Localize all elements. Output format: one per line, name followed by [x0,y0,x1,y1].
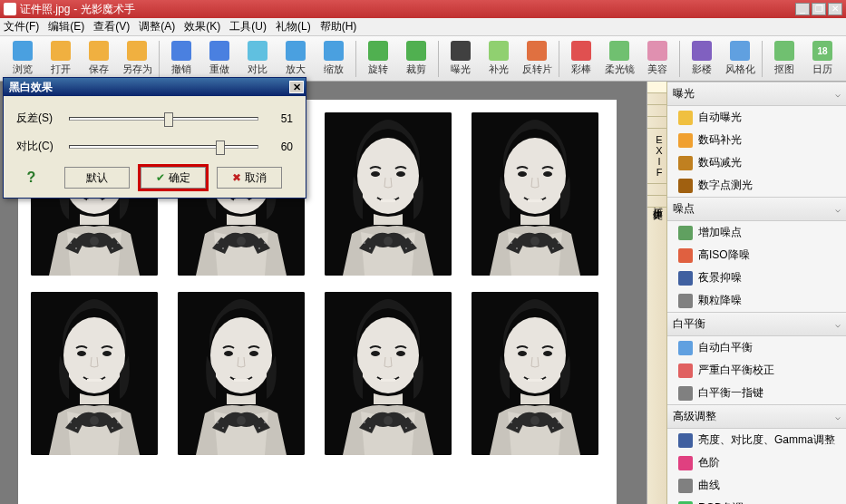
menu-item[interactable]: 编辑(E) [48,19,84,34]
slider-track[interactable] [69,117,258,121]
toolbar-button[interactable]: 柔光镜 [600,38,638,80]
photo-thumbnail[interactable] [325,112,452,276]
app-icon [4,3,16,15]
toolbar-button[interactable]: 补光 [480,38,518,80]
toolbar-label: 柔光镜 [605,63,635,76]
toolbar-button[interactable]: 反转片 [518,38,556,80]
panel-action-item[interactable]: 严重白平衡校正 [667,359,846,382]
toolbar-button[interactable]: 裁剪 [397,38,435,80]
toolbar-icon [368,41,388,61]
toolbar-button[interactable]: 打开 [42,38,80,80]
panel-body: 曝光⌵自动曝光数码补光数码减光数字点测光噪点⌵增加噪点高ISO降噪夜景抑噪颗粒降… [667,82,846,504]
close-window-button[interactable]: ✕ [828,3,842,15]
dialog-close-button[interactable]: ✕ [289,81,304,93]
toolbar-button[interactable]: 另存为 [118,38,156,80]
restore-button[interactable]: ❐ [812,3,826,15]
photo-thumbnail[interactable] [472,112,598,276]
menu-item[interactable]: 文件(F) [4,19,39,34]
toolbar-icon [248,41,267,61]
panel-action-item[interactable]: 夜景抑噪 [667,267,846,289]
svg-point-25 [384,237,393,246]
app-title: 光影魔术手 [81,2,135,17]
svg-point-63 [396,351,405,356]
vertical-tab[interactable]: 基本调整 [647,82,666,93]
dialog-titlebar[interactable]: 黑白效果 ✕ [4,78,306,96]
action-icon [678,363,693,378]
slider-thumb[interactable] [164,112,173,127]
accordion-header[interactable]: 白平衡⌵ [667,313,846,336]
toolbar-icon [127,41,147,61]
toolbar-label: 打开 [51,63,71,76]
photo-thumbnail[interactable] [472,292,598,455]
panel-action-item[interactable]: 白平衡一指键 [667,382,846,404]
cross-icon: ✖ [232,171,241,184]
svg-point-78 [558,422,559,423]
toolbar-label: 补光 [489,63,509,76]
svg-point-26 [364,242,365,244]
default-button[interactable]: 默认 [64,167,130,189]
accordion-header[interactable]: 高级调整⌵ [667,405,846,429]
toolbar-icon [774,41,794,61]
menu-item[interactable]: 帮助(H) [320,19,357,34]
cancel-button[interactable]: ✖取消 [217,167,282,189]
photo-thumbnail[interactable] [178,292,305,455]
toolbar-button[interactable]: 缩放 [315,38,353,80]
menu-item[interactable]: 效果(K) [184,19,220,34]
panel-action-item[interactable]: 自动曝光 [667,106,846,129]
svg-point-37 [516,247,518,249]
menu-item[interactable]: 礼物(L) [276,19,311,34]
vertical-tab[interactable]: EXIF [647,129,666,184]
toolbar-label: 曝光 [451,63,471,76]
vertical-tab[interactable]: 操作历史 [647,196,666,208]
panel-action-item[interactable]: 曲线 [667,474,846,497]
toolbar-label: 风格化 [725,63,755,76]
help-icon[interactable]: ? [27,170,36,186]
toolbar-button[interactable]: 保存 [80,38,118,80]
toolbar-button[interactable]: 放大 [277,38,315,80]
vertical-tab[interactable]: 光影社区 [647,184,666,196]
toolbar-button[interactable]: 风格化 [721,38,759,80]
panel-action-item[interactable]: 自动白平衡 [667,336,846,359]
panel-action-item[interactable]: RGB色调 [667,497,846,504]
panel-action-item[interactable]: 数码减光 [667,151,846,174]
ok-button[interactable]: ✔确定 [141,167,206,189]
toolbar-button[interactable]: 抠图 [765,38,803,80]
action-icon [678,133,693,148]
toolbar-button[interactable]: 对比 [238,38,277,80]
slider-thumb[interactable] [216,141,225,155]
toolbar-button[interactable]: 旋转 [359,38,397,80]
vertical-tab[interactable]: 数码暗房 [647,93,666,105]
toolbar-button[interactable]: 18日历 [803,38,841,80]
menu-item[interactable]: 调整(A) [139,19,175,34]
svg-point-43 [102,351,112,356]
slider-track[interactable] [69,145,258,149]
accordion-header[interactable]: 噪点⌵ [667,198,846,221]
panel-action-item[interactable]: 亮度、对比度、Gamma调整 [667,429,846,451]
accordion-header[interactable]: 曝光⌵ [667,82,846,106]
vertical-tab[interactable]: 便捷工具 [647,117,666,129]
toolbar-button[interactable]: 曝光 [442,38,480,80]
menu-item[interactable]: 工具(U) [229,19,267,34]
photo-thumbnail[interactable] [325,292,452,455]
photo-thumbnail[interactable] [31,292,158,455]
svg-point-6 [70,242,72,244]
panel-action-item[interactable]: 高ISO降噪 [667,244,846,267]
panel-action-item[interactable]: 色阶 [667,451,846,474]
menu-item[interactable]: 查看(V) [93,19,130,34]
action-icon [678,341,693,355]
panel-action-item[interactable]: 数字点测光 [667,174,846,197]
toolbar-button[interactable]: 美容 [638,38,676,80]
toolbar-button[interactable]: 影楼 [683,38,721,80]
toolbar-button[interactable]: 撤销 [162,38,200,80]
toolbar-button[interactable]: 重做 [200,38,238,80]
minimize-button[interactable]: _ [795,3,810,15]
panel-action-item[interactable]: 数码补光 [667,129,846,151]
toolbar-button[interactable]: 彩棒 [562,38,600,80]
toolbar-button[interactable]: 浏览 [4,38,42,80]
panel-action-item[interactable]: 颗粒降噪 [667,289,846,312]
vertical-tab[interactable]: 边框图层 [647,105,666,117]
svg-rect-14 [234,199,248,202]
toolbar-label: 另存为 [122,63,152,76]
toolbar-label: 美容 [647,63,667,76]
panel-action-item[interactable]: 增加噪点 [667,221,846,244]
